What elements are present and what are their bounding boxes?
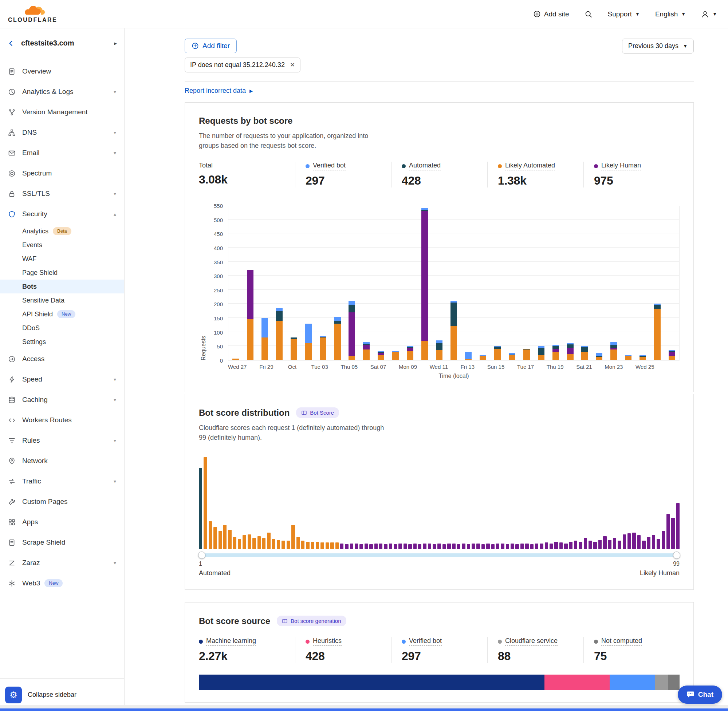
sidebar-item-web3[interactable]: Web3New (0, 573, 124, 593)
chevron-down-icon: ▾ (114, 89, 116, 94)
chat-bubble-icon (687, 691, 694, 698)
bar-day-23 (552, 345, 559, 360)
slider-handle-min[interactable] (198, 552, 205, 559)
bar-day-12 (392, 351, 399, 360)
sidebar-item-scrape-shield[interactable]: Scrape Shield (0, 532, 124, 553)
zaraz-icon (8, 559, 16, 567)
sidebar-item-spectrum[interactable]: Spectrum (0, 163, 124, 183)
gear-icon[interactable]: ⚙ (5, 687, 22, 704)
bot-score-generation-badge[interactable]: Bot score generation (277, 616, 346, 626)
hist-bar-37 (374, 544, 378, 549)
report-incorrect-data-link[interactable]: Report incorrect data ▶ (185, 87, 253, 94)
bar-day-7 (320, 336, 326, 360)
chevron-right-icon: ▶ (250, 89, 253, 94)
close-icon[interactable]: ✕ (290, 61, 295, 69)
legend-dot (498, 640, 502, 644)
sidebar-item-ddos[interactable]: DDoS (0, 321, 124, 335)
hist-bar-20 (291, 525, 295, 549)
hist-bar-23 (306, 542, 309, 549)
sidebar-item-ssl-tls[interactable]: SSL/TLS▾ (0, 183, 124, 204)
stacked-bar-plot (228, 206, 679, 360)
hist-bar-79 (579, 542, 582, 549)
hist-bar-5 (219, 531, 222, 549)
bar-day-26 (596, 353, 602, 360)
sidebar-item-network[interactable]: Network (0, 451, 124, 471)
hist-bar-2 (204, 457, 207, 549)
cloudflare-dashboard: CLOUDFLARE Add site Support ▼ English ▼ (0, 0, 728, 711)
sidebar-item-waf[interactable]: WAF (0, 252, 124, 266)
sidebar-item-api-shield[interactable]: API ShieldNew (0, 307, 124, 321)
sidebar-item-email[interactable]: Email▾ (0, 143, 124, 163)
chevron-down-icon: ▾ (114, 191, 116, 196)
sidebar-item-events[interactable]: Events (0, 238, 124, 252)
slider-handle-max[interactable] (673, 552, 680, 559)
account-menu[interactable]: ▼ (701, 10, 717, 18)
bar-day-4 (276, 308, 283, 360)
hist-bar-21 (297, 537, 300, 549)
sidebar-item-bots[interactable]: Bots (0, 280, 124, 294)
sidebar-item-speed[interactable]: Speed▾ (0, 369, 124, 389)
sidebar-item-access[interactable]: Access (0, 349, 124, 369)
hist-bar-62 (496, 544, 499, 549)
cloudflare-logo[interactable]: CLOUDFLARE (8, 5, 57, 23)
search-icon[interactable] (585, 10, 592, 18)
hist-bar-14 (262, 538, 266, 549)
sidebar-item-apps[interactable]: Apps (0, 512, 124, 532)
hist-bar-27 (326, 543, 329, 549)
plus-circle-icon (192, 42, 199, 50)
sidebar-item-overview[interactable]: Overview (0, 61, 124, 81)
sidebar-item-zaraz[interactable]: Zaraz▾ (0, 553, 124, 573)
bot-score-badge[interactable]: Bot Score (296, 407, 339, 418)
spectrum-icon (8, 170, 16, 177)
card-title: Requests by bot score (199, 116, 679, 126)
sidebar-item-version-management[interactable]: Version Management (0, 102, 124, 122)
site-name[interactable]: cftestsite3.com (21, 39, 74, 47)
wrench-icon (8, 498, 16, 506)
chevron-down-icon: ▾ (114, 376, 116, 382)
stat-value: 2.27k (199, 649, 295, 663)
add-site-button[interactable]: Add site (533, 10, 569, 18)
hist-bar-85 (608, 540, 611, 549)
time-range-dropdown[interactable]: Previous 30 days ▼ (622, 38, 694, 53)
sidebar-item-rules[interactable]: Rules▾ (0, 430, 124, 451)
chevron-right-icon[interactable]: ▸ (114, 40, 117, 47)
docs-card-icon (282, 618, 288, 624)
sidebar-item-analytics-logs[interactable]: Analytics & Logs▾ (0, 81, 124, 102)
sidebar-item-caching[interactable]: Caching▾ (0, 389, 124, 410)
sidebar-item-sensitive-data[interactable]: Sensitive Data (0, 294, 124, 307)
hist-bar-51 (443, 544, 446, 549)
filter-chip[interactable]: IP does not equal 35.212.240.32 ✕ (185, 58, 300, 72)
hist-bar-69 (530, 544, 533, 549)
sidebar-item-settings[interactable]: Settings (0, 335, 124, 349)
back-arrow-icon[interactable] (7, 39, 15, 47)
hist-bar-39 (384, 544, 387, 549)
hist-bar-24 (311, 542, 314, 549)
stat-value: 297 (306, 174, 391, 187)
stat-label: Cloudflare service (498, 637, 583, 646)
hist-bar-81 (589, 541, 592, 549)
sidebar-item-page-shield[interactable]: Page Shield (0, 266, 124, 280)
layers-icon (8, 396, 16, 404)
support-menu[interactable]: Support ▼ (608, 10, 640, 18)
add-filter-button[interactable]: Add filter (185, 38, 237, 53)
sidebar-item-workers-routes[interactable]: Workers Routes (0, 410, 124, 430)
source-segment-heuristics (545, 675, 610, 690)
source-segment-cloudflare-service (655, 675, 668, 690)
hist-bar-83 (598, 540, 602, 549)
bar-day-9 (348, 301, 355, 360)
sidebar-item-analytics[interactable]: AnalyticsBeta (0, 224, 124, 238)
sidebar-item-dns[interactable]: DNS▾ (0, 122, 124, 143)
chevron-down-icon: ▼ (683, 44, 688, 49)
stat-heuristics: Heuristics428 (295, 637, 391, 663)
language-menu[interactable]: English ▼ (655, 10, 686, 18)
sidebar-item-traffic[interactable]: Traffic▾ (0, 471, 124, 491)
hist-bar-33 (355, 544, 358, 549)
hist-bar-57 (472, 544, 475, 549)
hist-bar-9 (238, 539, 241, 549)
bottom-strip (0, 705, 728, 708)
sidebar-item-security[interactable]: Security▴ (0, 204, 124, 224)
collapse-sidebar-button[interactable]: Collapse sidebar (28, 691, 77, 699)
sidebar-item-custom-pages[interactable]: Custom Pages (0, 491, 124, 512)
network-icon (8, 129, 16, 137)
chat-button[interactable]: Chat (678, 686, 722, 704)
